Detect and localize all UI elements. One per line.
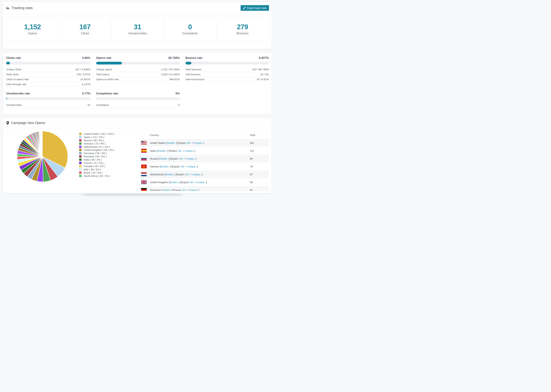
country-cell: United States [Details ›] [Export: All ›… bbox=[150, 141, 204, 144]
stat-row-value: 689.82% bbox=[170, 78, 180, 81]
export-all-link[interactable]: All › bbox=[187, 141, 191, 144]
opens-rate-title: Opens rate bbox=[96, 56, 111, 60]
flag-icon-vn bbox=[141, 165, 147, 168]
country-cell: Germany [Details ›] [Export: All › / Uni… bbox=[150, 189, 199, 191]
stat-row-value: 31 bbox=[87, 104, 90, 106]
legend-item: Canada ( 40 / 2% ) bbox=[79, 165, 114, 168]
legend-swatch bbox=[79, 136, 82, 138]
legend-swatch bbox=[79, 171, 82, 174]
unsubscribes-count: 31 bbox=[134, 23, 141, 31]
stat-row-value: 242 / 86.738% bbox=[252, 68, 269, 71]
rates-grid: Clicks rate 4.46% Unique clicks167 / 4.4… bbox=[6, 56, 268, 108]
details-link[interactable]: Details › bbox=[158, 149, 167, 152]
export-all-link[interactable]: All › bbox=[182, 189, 186, 191]
stat-row: Total opens2,303 / 61.446% bbox=[96, 73, 180, 78]
details-link[interactable]: Details › bbox=[170, 181, 179, 184]
export-unique-link[interactable]: Unique › bbox=[192, 173, 202, 176]
legend-label: Spain ( 121 / 7% ) bbox=[84, 136, 104, 139]
export-unique-link[interactable]: Unique › bbox=[186, 157, 196, 160]
legend-label: Netherlands ( 67 / 4% ) bbox=[84, 145, 110, 148]
export-all-link[interactable]: All › bbox=[181, 165, 185, 168]
flag-icon-gb bbox=[141, 180, 147, 184]
clicks-rate-block: Clicks rate 4.46% Unique clicks167 / 4.4… bbox=[6, 56, 90, 88]
legend-swatch bbox=[79, 162, 82, 164]
stat-row: Unique opens1,152 / 30.736% bbox=[96, 68, 180, 73]
legend-swatch bbox=[79, 152, 82, 154]
stat-row-value: 0 bbox=[178, 104, 180, 106]
stat-row-label: Unsubscribes bbox=[6, 104, 22, 106]
export-icon bbox=[243, 7, 246, 9]
export-unique-link[interactable]: Unique › bbox=[189, 189, 198, 191]
stat-box-bounces: 279 Bounces bbox=[216, 17, 269, 41]
stat-row-label: Unique opens bbox=[96, 68, 112, 71]
stat-row: Opens to clicks rate689.82% bbox=[96, 78, 180, 83]
stat-row-label: Unique clicks bbox=[6, 68, 21, 71]
geo-opens-pie-chart bbox=[17, 131, 68, 182]
country-cell: Netherlands [Details ›] [Export: All › /… bbox=[150, 173, 202, 176]
details-link[interactable]: Details › bbox=[167, 141, 176, 144]
flag-icon-ru bbox=[141, 157, 147, 161]
legend-swatch bbox=[79, 165, 82, 168]
stat-row-value: 2,303 / 61.446% bbox=[161, 73, 180, 76]
stat-row: Total clicks220 / 5.87% bbox=[6, 73, 90, 78]
clicks-rate-title: Clicks rate bbox=[6, 56, 21, 60]
summary-stats-group: 1,152 Opens 167 Clicks 31 Unsubscribes 0… bbox=[6, 17, 269, 41]
unsubscribes-label: Unsubscribes bbox=[128, 32, 147, 35]
details-link[interactable]: Details › bbox=[159, 157, 169, 160]
table-row-nl: Netherlands [Details ›] [Export: All › /… bbox=[140, 170, 269, 178]
stat-row: Unsubscribes31 bbox=[6, 104, 90, 108]
legend-swatch bbox=[79, 133, 82, 135]
dotted-leader bbox=[20, 77, 75, 77]
legend-item: Brazil ( 33 / 2% ) bbox=[79, 171, 114, 174]
pie-legend: United States ( 541 / 31% )Spain ( 121 /… bbox=[79, 132, 114, 177]
dotted-leader bbox=[202, 77, 259, 77]
export-all-link[interactable]: All › bbox=[190, 181, 194, 184]
legend-item: Italy ( 36 / 2% ) bbox=[79, 168, 114, 171]
export-unique-link[interactable]: Unique › bbox=[188, 165, 197, 168]
export-all-link[interactable]: All › bbox=[178, 149, 183, 152]
tracking-stats-card: Tracking stats Export basic stats 1,152 … bbox=[3, 2, 272, 49]
export-unique-link[interactable]: Unique › bbox=[185, 149, 194, 152]
export-unique-link[interactable]: Unique › bbox=[194, 141, 203, 144]
legend-label: United States ( 541 / 31% ) bbox=[84, 132, 114, 135]
details-link[interactable]: Details › bbox=[162, 189, 171, 191]
tracking-stats-title: Tracking stats bbox=[11, 6, 33, 10]
legend-item: United States ( 541 / 31% ) bbox=[79, 132, 114, 135]
total-cell: 86 bbox=[250, 157, 253, 160]
stat-row-label: Total clicks bbox=[6, 73, 19, 76]
stat-row: Internal bounces19 / 6.81% bbox=[185, 78, 269, 83]
details-link[interactable]: Details › bbox=[165, 173, 175, 176]
opens-rate-progressbar bbox=[96, 62, 180, 64]
stat-row: Complaints0 bbox=[96, 104, 180, 108]
dotted-leader bbox=[111, 77, 159, 77]
flag-icon-es bbox=[141, 149, 147, 153]
legend-item: Romania ( 49 / 3% ) bbox=[79, 155, 114, 158]
details-link[interactable]: Details › bbox=[161, 165, 170, 168]
legend-item: Spain ( 121 / 7% ) bbox=[79, 135, 114, 139]
legend-label: Russia ( 86 / 5% ) bbox=[84, 139, 104, 142]
stat-row-value: 18 / 0% bbox=[260, 73, 269, 76]
export-all-link[interactable]: All › bbox=[179, 157, 184, 160]
stat-row-label: Complaints bbox=[96, 104, 109, 106]
stat-row-label: Soft bounces bbox=[185, 73, 201, 76]
unsubscribe-rate-value: 0.77% bbox=[82, 92, 90, 95]
opens-label: Opens bbox=[28, 32, 37, 35]
geo-opens-title: Campaign Geo Opens bbox=[11, 121, 45, 125]
bar-chart-icon bbox=[6, 6, 10, 10]
stat-row-value: 167 / 4.456% bbox=[75, 68, 90, 71]
export-basic-stats-button[interactable]: Export basic stats bbox=[240, 5, 269, 11]
table-row-vn: Vietnam [Details ›] [Export: All › / Uni… bbox=[140, 162, 269, 170]
stat-row-value: 1,152 / 30.736% bbox=[161, 68, 180, 71]
legend-label: Romania ( 49 / 3% ) bbox=[84, 155, 106, 158]
legend-swatch bbox=[79, 155, 82, 158]
export-all-link[interactable]: All › bbox=[185, 173, 190, 176]
export-unique-link[interactable]: Unique › bbox=[197, 181, 206, 184]
stat-box-complaints: 0 Complaints bbox=[164, 17, 216, 41]
legend-swatch bbox=[79, 168, 82, 171]
legend-swatch bbox=[79, 142, 82, 145]
clicks-count: 167 bbox=[79, 23, 91, 31]
complaints-rate-value: 0% bbox=[175, 92, 180, 95]
stat-row: Clicks to opens rate14.497% bbox=[6, 78, 90, 83]
flag-icon-us bbox=[141, 141, 147, 145]
stat-box-opens: 1,152 Opens bbox=[6, 17, 59, 41]
